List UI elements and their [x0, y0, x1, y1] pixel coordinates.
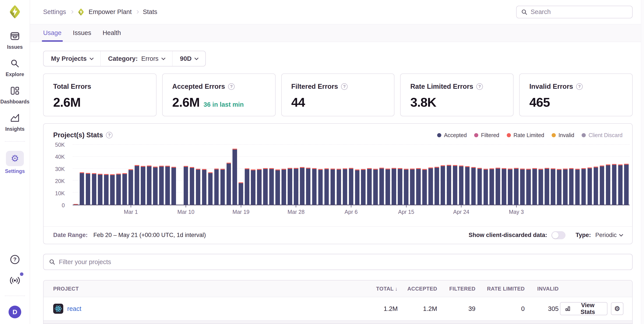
chart-bar[interactable]	[465, 166, 470, 205]
sentry-logo-icon[interactable]	[8, 5, 22, 19]
chart-bar[interactable]	[159, 166, 164, 205]
whats-new-broadcast-icon[interactable]	[10, 275, 20, 286]
project-filter-input[interactable]	[59, 258, 627, 266]
chart-bar[interactable]	[373, 169, 378, 205]
breadcrumb-settings[interactable]: Settings	[43, 8, 66, 15]
chart-bar[interactable]	[294, 168, 298, 205]
chart-bar[interactable]	[428, 167, 433, 205]
period-selector[interactable]: 90D	[172, 51, 205, 66]
tab-health[interactable]: Health	[103, 24, 121, 42]
chart-bar[interactable]	[208, 172, 213, 205]
client-discard-toggle[interactable]	[552, 231, 566, 239]
chart-bar[interactable]	[282, 169, 286, 205]
chart-bar[interactable]	[324, 168, 329, 205]
chart-bar[interactable]	[184, 166, 188, 205]
chart-bar[interactable]	[190, 167, 194, 205]
chart-bar[interactable]	[257, 169, 262, 205]
chart-bar[interactable]	[544, 168, 549, 205]
column-rate-limited[interactable]: RATE LIMITED	[477, 286, 526, 292]
legend-filtered[interactable]: Filtered	[474, 132, 499, 138]
chart-bar[interactable]	[434, 167, 439, 205]
chart-bar[interactable]	[92, 173, 96, 205]
chart-bar[interactable]	[447, 165, 451, 205]
chart-bar[interactable]	[312, 168, 317, 205]
chart-bar[interactable]	[624, 164, 629, 205]
project-selector[interactable]: My Projects	[44, 51, 100, 66]
sidebar-item-issues[interactable]: Issues	[0, 31, 30, 50]
chart-bar[interactable]	[508, 168, 512, 205]
chart-bar[interactable]	[520, 168, 525, 205]
tab-usage[interactable]: Usage	[43, 24, 62, 42]
help-circle-icon[interactable]: ?	[576, 83, 583, 90]
chart-bar[interactable]	[269, 168, 274, 205]
chart-bar[interactable]	[80, 172, 84, 205]
chart-bar[interactable]	[300, 167, 304, 205]
column-project[interactable]: PROJECT	[44, 286, 364, 292]
chart-bar[interactable]	[367, 168, 372, 205]
legend-rate-limited[interactable]: Rate Limited	[507, 132, 544, 138]
chart-bar[interactable]	[122, 173, 127, 205]
type-selector[interactable]: Periodic	[595, 232, 622, 239]
chart-bar[interactable]	[275, 169, 280, 205]
legend-accepted[interactable]: Accepted	[437, 132, 467, 138]
sidebar-item-insights[interactable]: Insights	[0, 113, 30, 132]
chart-bar[interactable]	[306, 168, 310, 205]
scrollbar[interactable]	[641, 0, 644, 324]
chart-bar[interactable]	[496, 168, 500, 205]
chart-bar[interactable]	[251, 169, 256, 205]
chart-bar[interactable]	[459, 165, 464, 205]
search-input[interactable]	[530, 8, 628, 15]
chart-bar[interactable]	[172, 167, 176, 205]
chart-bar[interactable]	[618, 164, 623, 205]
chart-bar[interactable]	[600, 165, 604, 205]
chart-bar[interactable]	[538, 169, 543, 205]
legend-invalid[interactable]: Invalid	[552, 132, 574, 138]
chart-bar[interactable]	[147, 165, 152, 205]
tab-issues[interactable]: Issues	[73, 24, 91, 42]
chart-bar[interactable]	[263, 168, 268, 205]
legend-client-discard[interactable]: Client Discard	[582, 132, 622, 138]
column-invalid[interactable]: INVALID	[526, 286, 560, 292]
chart-bar[interactable]	[416, 168, 421, 205]
chart-bar[interactable]	[422, 169, 427, 205]
help-icon[interactable]: ?	[10, 254, 20, 265]
chart-bar[interactable]	[361, 169, 366, 205]
project-settings-button[interactable]: ⚙	[611, 302, 624, 315]
chart-bar[interactable]	[514, 168, 518, 205]
chart-bar[interactable]	[386, 168, 390, 205]
chart-bar[interactable]	[478, 168, 482, 205]
chart-bar[interactable]	[410, 168, 414, 205]
chart-bar[interactable]	[116, 173, 121, 205]
project-filter[interactable]	[43, 254, 632, 270]
help-circle-icon[interactable]: ?	[106, 132, 112, 138]
help-circle-icon[interactable]: ?	[228, 83, 235, 90]
sidebar-item-settings[interactable]: ⚙ Settings	[0, 151, 30, 174]
chart-bar[interactable]	[74, 204, 78, 205]
chart-bar[interactable]	[214, 168, 219, 205]
sidebar-item-explore[interactable]: Explore	[0, 58, 30, 77]
chart-bar[interactable]	[134, 165, 139, 205]
chart-bar[interactable]	[202, 169, 207, 205]
chart-bar[interactable]	[318, 169, 323, 205]
chart-bar[interactable]	[612, 164, 617, 205]
chart-bar[interactable]	[141, 166, 145, 205]
chart-bar[interactable]	[226, 163, 231, 205]
chart-bar[interactable]	[532, 168, 537, 205]
column-filtered[interactable]: FILTERED	[438, 286, 477, 292]
chart-bar[interactable]	[165, 166, 170, 205]
chart-bar[interactable]	[110, 174, 115, 205]
chart-bar[interactable]	[288, 168, 292, 205]
chart-bar[interactable]	[104, 174, 108, 205]
chart-bar[interactable]	[245, 168, 249, 205]
chart-bar[interactable]	[398, 168, 402, 205]
chart-bar[interactable]	[569, 168, 574, 205]
chart-bar[interactable]	[98, 174, 102, 205]
chart-bar[interactable]	[594, 166, 598, 205]
column-accepted[interactable]: ACCEPTED	[399, 286, 438, 292]
chart-bar[interactable]	[404, 169, 408, 205]
chart-bar[interactable]	[453, 165, 458, 205]
chart-bar[interactable]	[153, 166, 158, 205]
chart-bar[interactable]	[330, 168, 335, 205]
chart-bar[interactable]	[337, 169, 341, 205]
chart-bar[interactable]	[484, 169, 488, 205]
